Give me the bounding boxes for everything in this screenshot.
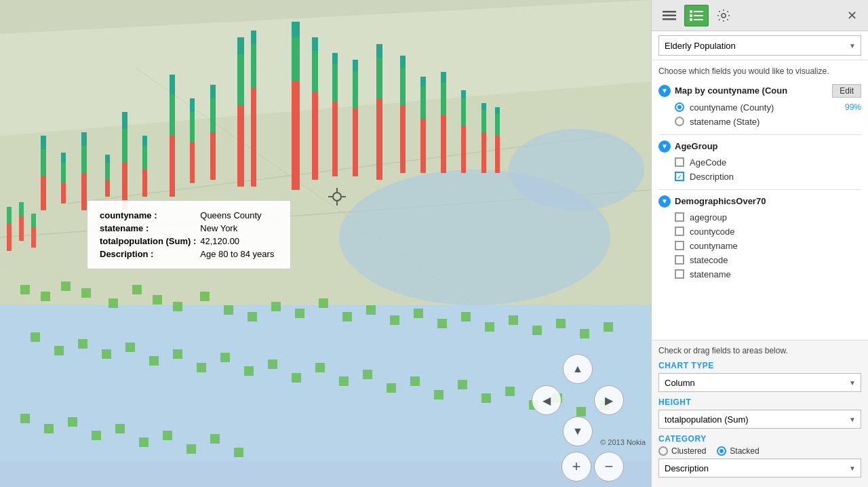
svg-rect-25	[142, 170, 147, 197]
zoom-out-button[interactable]: −	[594, 452, 624, 482]
clustered-label: Clustered	[671, 446, 706, 456]
svg-rect-10	[41, 176, 46, 210]
svg-rect-131	[115, 424, 125, 433]
svg-rect-43	[292, 81, 300, 190]
height-label: HEIGHT	[658, 397, 861, 407]
nav-right-button[interactable]: ▶	[594, 385, 624, 415]
stacked-radio[interactable]	[717, 446, 726, 456]
svg-rect-151	[690, 10, 692, 13]
zoom-in-button[interactable]: +	[561, 452, 591, 482]
height-dropdown[interactable]: totalpopulation (Sum)	[658, 410, 861, 429]
svg-rect-42	[251, 31, 256, 44]
svg-rect-14	[61, 163, 66, 183]
svg-rect-135	[210, 434, 220, 444]
svg-rect-33	[190, 98, 195, 112]
nav-up-button[interactable]: ▲	[563, 354, 593, 384]
visualization-dropdown[interactable]: Elderly Population	[658, 35, 861, 56]
agegroup-section-header[interactable]: ▼ AgeGroup	[658, 140, 861, 153]
countyname-field-checkbox[interactable]	[675, 241, 684, 250]
map-tooltip: countyname :Queens Countystatename :New …	[87, 200, 291, 269]
svg-rect-153	[690, 14, 692, 17]
svg-rect-36	[210, 85, 216, 98]
nav-left-button[interactable]: ◀	[532, 385, 561, 415]
svg-rect-71	[481, 110, 486, 132]
statename-option[interactable]: statename (State)	[658, 115, 861, 129]
statecode-checkbox[interactable]	[675, 255, 684, 265]
demographics-section-header[interactable]: ▼ DemographicsOver70	[658, 195, 861, 208]
tooltip-value: New York	[200, 222, 278, 235]
svg-rect-80	[108, 298, 118, 308]
svg-rect-137	[7, 224, 12, 251]
demographics-chevron: ▼	[658, 195, 671, 208]
stacked-option[interactable]: Stacked	[717, 446, 759, 456]
agecode-option[interactable]: AgeCode	[658, 155, 861, 170]
countyname-option[interactable]: countyname (County) 99%	[658, 100, 861, 115]
svg-rect-106	[125, 343, 135, 352]
panel-dropdown-section: Elderly Population	[652, 31, 868, 60]
svg-rect-90	[342, 312, 352, 322]
svg-rect-115	[339, 376, 349, 386]
map-area[interactable]: countyname :Queens Countystatename :New …	[0, 0, 651, 487]
agegroup-field-checkbox[interactable]	[675, 212, 684, 222]
svg-rect-116	[363, 370, 372, 379]
svg-rect-17	[81, 146, 87, 173]
svg-rect-73	[495, 136, 500, 173]
settings-icon-button[interactable]	[713, 5, 734, 26]
map-by-edit-button[interactable]: Edit	[832, 84, 861, 98]
svg-rect-121	[481, 393, 491, 403]
svg-rect-132	[139, 437, 149, 447]
svg-rect-24	[122, 112, 127, 129]
category-dropdown[interactable]: Description	[658, 459, 861, 478]
svg-rect-100	[580, 329, 589, 338]
statecode-option[interactable]: statecode	[658, 253, 861, 267]
agegroup-chevron: ▼	[658, 140, 671, 153]
svg-rect-141	[31, 227, 36, 248]
svg-rect-139	[19, 217, 24, 241]
agecode-checkbox[interactable]	[675, 157, 684, 167]
map-by-title: Map by countyname (Coun	[675, 85, 787, 96]
description-checkbox[interactable]	[675, 172, 684, 181]
svg-rect-44	[292, 37, 300, 81]
svg-rect-148	[663, 11, 676, 13]
svg-rect-140	[19, 202, 24, 217]
clustered-option[interactable]: Clustered	[658, 446, 706, 456]
statename-field-option[interactable]: statename	[658, 267, 861, 281]
svg-rect-45	[292, 22, 300, 37]
svg-rect-129	[68, 417, 77, 427]
svg-rect-70	[481, 132, 486, 173]
zoom-controls: + −	[561, 452, 624, 482]
svg-rect-49	[332, 102, 338, 176]
svg-point-9	[509, 129, 644, 210]
agegroup-field-label: agegroup	[690, 212, 727, 222]
countycode-option[interactable]: countycode	[658, 225, 861, 239]
svg-rect-78	[61, 281, 71, 291]
clustered-radio[interactable]	[658, 446, 668, 456]
list-view-button[interactable]	[684, 5, 709, 26]
svg-rect-79	[81, 288, 91, 298]
svg-rect-12	[41, 136, 46, 149]
svg-rect-40	[251, 88, 256, 187]
countyname-radio[interactable]	[675, 102, 684, 112]
svg-rect-31	[190, 142, 195, 183]
nav-down-button[interactable]: ▼	[563, 416, 593, 446]
statename-radio[interactable]	[675, 117, 684, 126]
svg-rect-119	[434, 390, 443, 400]
agecode-label: AgeCode	[690, 157, 726, 168]
countyname-field-option[interactable]: countyname	[658, 239, 861, 253]
svg-rect-26	[142, 146, 147, 170]
statecode-label: statecode	[690, 255, 728, 265]
chart-type-dropdown[interactable]: Column	[658, 373, 861, 392]
svg-rect-82	[153, 295, 162, 305]
layers-icon-button[interactable]	[658, 5, 680, 26]
statename-field-checkbox[interactable]	[675, 269, 684, 279]
close-button[interactable]: ✕	[842, 6, 861, 25]
svg-rect-64	[441, 115, 446, 173]
svg-rect-104	[78, 339, 87, 349]
agegroup-field-option[interactable]: agegroup	[658, 210, 861, 225]
svg-rect-32	[190, 112, 195, 142]
svg-rect-101	[604, 322, 613, 332]
map-by-section-header[interactable]: ▼ Map by countyname (Coun Edit	[658, 84, 861, 98]
tooltip-row: Description :Age 80 to 84 years	[100, 248, 278, 260]
countycode-checkbox[interactable]	[675, 227, 684, 236]
description-option[interactable]: Description	[658, 170, 861, 184]
